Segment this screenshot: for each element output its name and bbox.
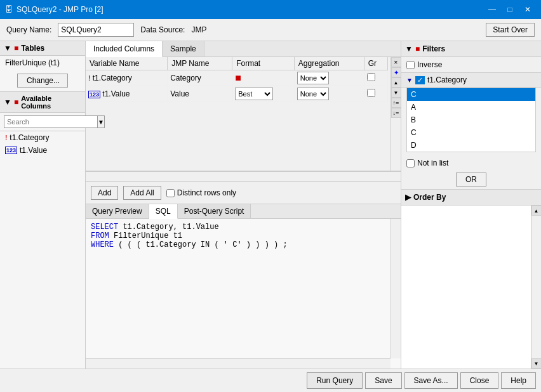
left-panel: ▼ ■ Tables FilterUnique (t1) Change... ▼…	[0, 41, 86, 369]
header-row: Query Name: Data Source: JMP Start Over	[0, 19, 541, 41]
filter-value-d: D	[411, 141, 417, 150]
minimize-button[interactable]: —	[484, 1, 500, 18]
start-over-button[interactable]: Start Over	[486, 23, 535, 37]
add-button[interactable]: Add	[91, 186, 118, 200]
table-item[interactable]: FilterUnique (t1)	[0, 56, 85, 70]
row1-aggregation[interactable]: None Sum Mean	[294, 70, 364, 86]
search-input[interactable]	[4, 115, 98, 128]
maximize-button[interactable]: □	[502, 1, 518, 18]
save-as-button[interactable]: Save As...	[404, 372, 458, 389]
close-button[interactable]: Close	[460, 372, 499, 389]
filter-category-expand-icon[interactable]: ▼	[406, 77, 413, 84]
row2-format-select[interactable]: Best	[235, 88, 273, 100]
filter-item-c-selected[interactable]: C	[407, 88, 535, 101]
move-down-btn[interactable]: ▼	[391, 88, 401, 98]
close-window-button[interactable]: ✕	[519, 1, 536, 18]
row1-gr-checkbox[interactable]	[367, 73, 375, 81]
inverse-row: Inverse	[401, 57, 541, 73]
col-header-jmp-name: JMP Name	[168, 57, 232, 70]
col-item-value[interactable]: 123 t1.Value	[0, 144, 85, 157]
sort-asc-btn[interactable]: ↑=	[391, 98, 401, 108]
row2-aggregation-select[interactable]: None Sum Mean	[297, 88, 329, 100]
window-title: SQLQuery2 - JMP Pro [2]	[17, 5, 104, 14]
help-button[interactable]: Help	[501, 372, 536, 389]
delete-row-btn[interactable]: ✕	[391, 57, 401, 67]
col-header-aggregation: Aggregation	[294, 57, 364, 70]
available-columns-list: ! t1.Category 123 t1.Value	[0, 131, 85, 157]
sql-area: SELECT t1.Category, t1.Value FROM Filter…	[86, 219, 401, 369]
add-all-button[interactable]: Add All	[123, 186, 161, 200]
filter-category-label: t1.Category	[427, 75, 467, 84]
sql-vertical-scrollbar[interactable]	[391, 219, 401, 358]
move-up-btn[interactable]: ▲	[391, 77, 401, 88]
tab-sql[interactable]: SQL	[149, 204, 178, 219]
row2-aggregation[interactable]: None Sum Mean	[294, 86, 364, 102]
filter-value-c: C	[411, 128, 417, 137]
order-by-header: ▶ Order By	[401, 190, 541, 206]
filters-header: ▼ ■ Filters	[401, 41, 541, 57]
row1-jmp-name: Category	[168, 70, 232, 86]
bottom-controls: Add Add All Distinct rows only	[86, 181, 401, 204]
not-in-list-row: Not in list	[401, 156, 541, 170]
run-query-button[interactable]: Run Query	[307, 372, 363, 389]
row2-format: Best	[232, 86, 295, 102]
footer: Run Query Save Save As... Close Help	[0, 369, 541, 391]
distinct-rows-checkbox[interactable]	[166, 189, 175, 197]
sql-horizontal-scrollbar[interactable]	[86, 358, 391, 369]
row1-aggregation-select[interactable]: None Sum Mean	[297, 72, 329, 84]
title-bar: 🗄 SQLQuery2 - JMP Pro [2] — □ ✕	[0, 0, 541, 19]
row2-variable-name: 123 t1.Value	[86, 86, 168, 102]
or-button[interactable]: OR	[456, 173, 486, 186]
sort-desc-btn[interactable]: ↓=	[391, 108, 401, 118]
save-button[interactable]: Save	[365, 372, 401, 389]
distinct-rows-text: Distinct rows only	[177, 188, 236, 197]
sql-line-1: SELECT t1.Category, t1.Value	[91, 223, 396, 232]
right-panel: ▼ ■ Filters Inverse ▼ ✓ t1.Category C A …	[401, 41, 541, 369]
col-category-label: t1.Category	[10, 133, 49, 142]
filter-cols-btn[interactable]: ✦	[391, 67, 401, 77]
app-icon: 🗄	[5, 5, 13, 14]
not-in-list-checkbox[interactable]	[406, 159, 415, 167]
filter-item-a[interactable]: A	[407, 101, 535, 114]
row1-gr	[364, 70, 387, 86]
tables-collapse-icon[interactable]: ▼	[4, 44, 11, 53]
order-by-collapse-icon[interactable]: ▶	[405, 193, 411, 202]
filter-item-b[interactable]: B	[407, 114, 535, 126]
inverse-checkbox[interactable]	[406, 61, 415, 69]
scroll-up-arrow[interactable]: ▲	[531, 206, 542, 216]
order-by-label: Order By	[413, 193, 446, 202]
row2-gr-checkbox[interactable]	[367, 89, 375, 97]
filter-item-d[interactable]: D	[407, 139, 535, 152]
col-header-format: Format	[232, 57, 295, 70]
tab-included-columns[interactable]: Included Columns	[86, 41, 163, 57]
change-button[interactable]: Change...	[17, 74, 68, 88]
center-panel: Included Columns Sample Variable Name JM…	[86, 41, 401, 369]
tab-sample[interactable]: Sample	[163, 41, 204, 56]
included-columns-table: Variable Name JMP Name Format Aggregatio…	[86, 57, 388, 102]
col-header-gr: Gr	[364, 57, 387, 70]
scroll-down-arrow[interactable]: ▼	[531, 358, 542, 369]
col-header-variable-name: Variable Name	[86, 57, 168, 70]
col-value-label: t1.Value	[20, 146, 47, 155]
table-row[interactable]: ! t1.Category Category ■ None Sum Mean	[86, 70, 388, 86]
row1-format: ■	[232, 70, 295, 86]
columns-h-scrollbar[interactable]	[86, 171, 401, 181]
inverse-label: Inverse	[417, 60, 442, 69]
col-item-category[interactable]: ! t1.Category	[0, 131, 85, 144]
table-row[interactable]: 123 t1.Value Value Best None	[86, 86, 388, 102]
order-by-scrollbar[interactable]: ▲ ▼	[531, 206, 541, 369]
row2-123-icon: 123	[88, 91, 100, 98]
distinct-rows-label: Distinct rows only	[166, 188, 236, 197]
columns-table-area: Variable Name JMP Name Format Aggregatio…	[86, 57, 401, 171]
filter-category-header: ▼ ✓ t1.Category	[401, 73, 541, 88]
query-name-input[interactable]	[58, 23, 134, 37]
tab-post-query-script[interactable]: Post-Query Script	[178, 204, 251, 218]
tab-query-preview[interactable]: Query Preview	[86, 204, 149, 218]
filter-list[interactable]: C A B C D	[406, 88, 536, 152]
avail-cols-collapse-icon[interactable]: ▼	[4, 98, 11, 107]
row1-variable-name: ! t1.Category	[86, 70, 168, 86]
filters-collapse-icon[interactable]: ▼	[405, 44, 413, 53]
filter-item-c[interactable]: C	[407, 126, 535, 139]
tables-header: ▼ ■ Tables	[0, 41, 85, 56]
row1-warn-icon: !	[88, 75, 90, 82]
